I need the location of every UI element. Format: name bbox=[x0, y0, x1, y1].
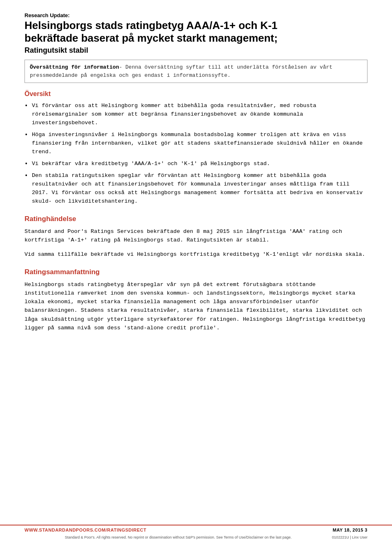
footer-bar: WWW.STANDARDANDPOORS.COM/RATINGSDIRECT M… bbox=[0, 525, 392, 534]
footer-doc-code: 0102221U | Linx User bbox=[332, 535, 368, 539]
rating-event-para2: Vid samma tillfälle bekräftade vi Helsin… bbox=[24, 250, 368, 259]
header: Research Update: Helsingborgs stads rati… bbox=[24, 12, 368, 55]
footer-legal-content: Standard & Poor's. All rights reserved. … bbox=[65, 535, 292, 539]
main-title: Helsingborgs stads ratingbetyg AAA/A-1+ … bbox=[24, 19, 368, 45]
bullet-item-2: Höga investeringsnivåer i Helsingborgs k… bbox=[24, 131, 368, 156]
rating-summary-section: Ratingsammanfattning Helsingborgs stads … bbox=[24, 268, 368, 333]
research-label: Research Update: bbox=[24, 12, 368, 18]
overview-section: Översikt Vi förväntar oss att Helsingbor… bbox=[24, 90, 368, 206]
translation-box: Översättning för information- Denna över… bbox=[24, 60, 368, 83]
rating-summary-para: Helsingborgs stads ratingbetyg återspegl… bbox=[24, 280, 368, 333]
rating-event-heading: Ratinghändelse bbox=[24, 215, 368, 223]
overview-bullets: Vi förväntar oss att Helsingborg kommer … bbox=[24, 102, 368, 206]
bullet-item-4: Den stabila ratingutsiken speglar vår fö… bbox=[24, 172, 368, 206]
rating-summary-heading: Ratingsammanfattning bbox=[24, 268, 368, 276]
footer-legal-text: Standard & Poor's. All rights reserved. … bbox=[0, 534, 392, 541]
page: Research Update: Helsingborgs stads rati… bbox=[0, 0, 392, 541]
footer: WWW.STANDARDANDPOORS.COM/RATINGSDIRECT M… bbox=[0, 525, 392, 541]
footer-date-page: MAY 18, 2015 3 bbox=[333, 528, 368, 532]
rating-event-section: Ratinghändelse Standard and Poor's Ratin… bbox=[24, 215, 368, 259]
bullet-item-1: Vi förväntar oss att Helsingborg kommer … bbox=[24, 102, 368, 127]
overview-heading: Översikt bbox=[24, 90, 368, 98]
bullet-item-3: Vi bekräftar våra kreditbetyg 'AAA/A-1+'… bbox=[24, 160, 368, 168]
main-content: Research Update: Helsingborgs stads rati… bbox=[24, 12, 368, 367]
footer-website: WWW.STANDARDANDPOORS.COM/RATINGSDIRECT bbox=[24, 528, 146, 532]
subtitle: Ratingutsikt stabil bbox=[24, 46, 368, 55]
rating-event-para1: Standard and Poor's Ratings Services bek… bbox=[24, 227, 368, 245]
translation-label: Översättning för information bbox=[30, 64, 119, 70]
